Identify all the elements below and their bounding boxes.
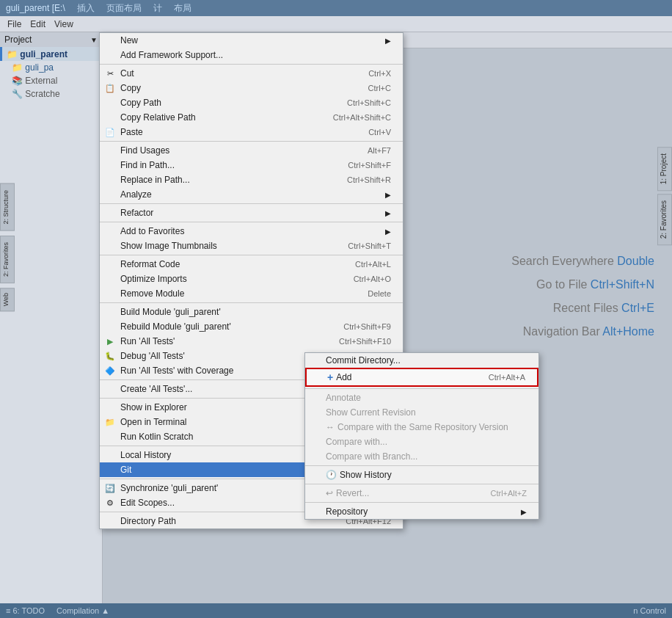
tab-design[interactable]: 计	[153, 2, 162, 15]
tab-insert[interactable]: 插入	[77, 2, 95, 15]
menu-show-thumbnails[interactable]: Show Image Thumbnails Ctrl+Shift+T	[100, 239, 403, 253]
sep-1	[100, 64, 403, 65]
analyze-arrow: ▶	[385, 191, 391, 199]
menu-find-in-path[interactable]: Find in Path... Ctrl+Shift+F	[100, 158, 403, 172]
menu-build-module[interactable]: Build Module 'guli_parent'	[100, 305, 403, 319]
hint-navbar: Navigation Bar Alt+Home	[523, 325, 654, 338]
todo-tab[interactable]: ≡ 6: TODO	[6, 606, 45, 615]
right-side-tabs: 1: Project 2: Favorites	[657, 147, 672, 246]
menu-new-label: New	[120, 35, 138, 46]
menu-paste[interactable]: 📄 Paste Ctrl+V	[100, 125, 403, 139]
tab-page-layout[interactable]: 页面布局	[106, 2, 142, 15]
add-plus-icon: +	[327, 371, 333, 383]
history-icon: 🕐	[326, 470, 337, 480]
menu-copy[interactable]: 📋 Copy Ctrl+C	[100, 81, 403, 95]
menu-find-usages[interactable]: Find Usages Alt+F7	[100, 143, 403, 158]
paste-icon: 📄	[104, 126, 116, 138]
compare-icon: ↔	[326, 422, 335, 432]
menu-add-favorites[interactable]: Add to Favorites ▶	[100, 224, 403, 239]
submenu-compare-same: ↔ Compare with the Same Repository Versi…	[305, 420, 538, 435]
submenu-compare-branch: Compare with Branch...	[305, 449, 538, 464]
hint-recent: Recent Files Ctrl+E	[553, 302, 654, 315]
git-label: Git	[120, 465, 131, 475]
repo-arrow: ▶	[521, 508, 527, 516]
tab-web[interactable]: Web	[0, 288, 15, 311]
sep-3	[100, 203, 403, 204]
project-subitem-2[interactable]: 📚 External	[0, 74, 102, 87]
tab-structure[interactable]: 2: Structure	[0, 183, 15, 231]
sep-4	[100, 222, 403, 222]
title-text: guli_parent [E:\	[6, 3, 65, 13]
refactor-arrow: ▶	[385, 209, 391, 217]
project-root[interactable]: 📁 guli_parent	[0, 47, 102, 61]
favorites-arrow: ▶	[385, 228, 391, 236]
menu-reformat[interactable]: Reformat Code Ctrl+Alt+L	[100, 257, 403, 272]
menu-remove-module[interactable]: Remove Module Delete	[100, 286, 403, 301]
terminal-icon: 📁	[104, 416, 116, 428]
project-dropdown[interactable]: ▼	[90, 36, 98, 44]
tab-favorites-left[interactable]: 2: Favorites	[0, 236, 15, 283]
tab-favorites-right[interactable]: 2: Favorites	[657, 194, 672, 245]
submenu-annotate: Annotate	[305, 390, 538, 405]
hint-search: Search Everywhere Double	[511, 255, 654, 268]
menu-bar: File Edit View	[0, 16, 672, 32]
run-icon: ▶	[104, 335, 116, 347]
menu-run-tests[interactable]: ▶ Run 'All Tests' Ctrl+Shift+F10	[100, 334, 403, 349]
submenu-show-revision: Show Current Revision	[305, 405, 538, 420]
revert-icon: ↩	[326, 488, 333, 498]
menu-rebuild-module[interactable]: Rebuild Module 'guli_parent' Ctrl+Shift+…	[100, 319, 403, 334]
menu-analyze[interactable]: Analyze ▶	[100, 187, 403, 202]
sync-icon: 🔄	[104, 482, 116, 494]
left-side-tabs: 2: Structure 2: Favorites Web	[0, 183, 15, 311]
sep-5	[100, 255, 403, 255]
menu-copy-relative-path[interactable]: Copy Relative Path Ctrl+Alt+Shift+C	[100, 110, 403, 125]
menu-cut[interactable]: ✂ Cut Ctrl+X	[100, 66, 403, 81]
project-subitem-1[interactable]: 📁 guli_pa	[0, 61, 102, 74]
submenu-repository[interactable]: Repository ▶	[305, 504, 538, 519]
menu-view[interactable]: View	[50, 18, 78, 31]
hint-goto: Go to File Ctrl+Shift+N	[536, 278, 654, 291]
sub-sep-3	[305, 484, 538, 484]
menu-optimize-imports[interactable]: Optimize Imports Ctrl+Alt+O	[100, 272, 403, 286]
cut-icon: ✂	[104, 68, 116, 79]
sub-sep-4	[305, 502, 538, 503]
bottom-bar: ≡ 6: TODO Compilation ▲ n Control	[0, 603, 672, 618]
tab-layout[interactable]: 布局	[174, 2, 191, 15]
menu-copy-path[interactable]: Copy Path Ctrl+Shift+C	[100, 95, 403, 110]
project-subitem-3[interactable]: 🔧 Scratche	[0, 87, 102, 101]
project-label: Project	[4, 34, 32, 45]
project-panel: Project ▼ 📁 guli_parent 📁 guli_pa 📚 Exte…	[0, 32, 103, 603]
tab-project[interactable]: 1: Project	[657, 147, 672, 191]
debug-icon: 🐛	[104, 350, 116, 362]
compilation-tab[interactable]: Compilation ▲	[56, 606, 109, 615]
submenu-add[interactable]: + Add Ctrl+Alt+A	[305, 368, 538, 387]
menu-new-arrow: ▶	[385, 37, 391, 45]
menu-file[interactable]: File	[3, 18, 26, 31]
git-submenu: Commit Directory... + Add Ctrl+Alt+A Ann…	[304, 352, 539, 520]
coverage-icon: 🔷	[104, 365, 116, 377]
project-header[interactable]: Project ▼	[0, 32, 102, 47]
copy-icon: 📋	[104, 82, 116, 94]
menu-replace-in-path[interactable]: Replace in Path... Ctrl+Shift+R	[100, 172, 403, 187]
submenu-revert: ↩ Revert... Ctrl+Alt+Z	[305, 486, 538, 501]
scopes-icon: ⚙	[104, 497, 116, 509]
sep-2	[100, 141, 403, 142]
sep-6	[100, 302, 403, 303]
version-info: n Control	[633, 606, 666, 615]
menu-add-framework[interactable]: Add Framework Support...	[100, 48, 403, 62]
sub-sep-2	[305, 465, 538, 466]
submenu-show-history[interactable]: 🕐 Show History	[305, 468, 538, 482]
menu-refactor[interactable]: Refactor ▶	[100, 206, 403, 220]
sub-sep-1	[305, 388, 538, 389]
submenu-commit-dir[interactable]: Commit Directory...	[305, 353, 538, 368]
submenu-compare-with: Compare with...	[305, 435, 538, 449]
title-bar: guli_parent [E:\ 插入 页面布局 计 布局	[0, 0, 672, 16]
menu-edit[interactable]: Edit	[26, 18, 50, 31]
menu-new[interactable]: New ▶	[100, 33, 403, 48]
